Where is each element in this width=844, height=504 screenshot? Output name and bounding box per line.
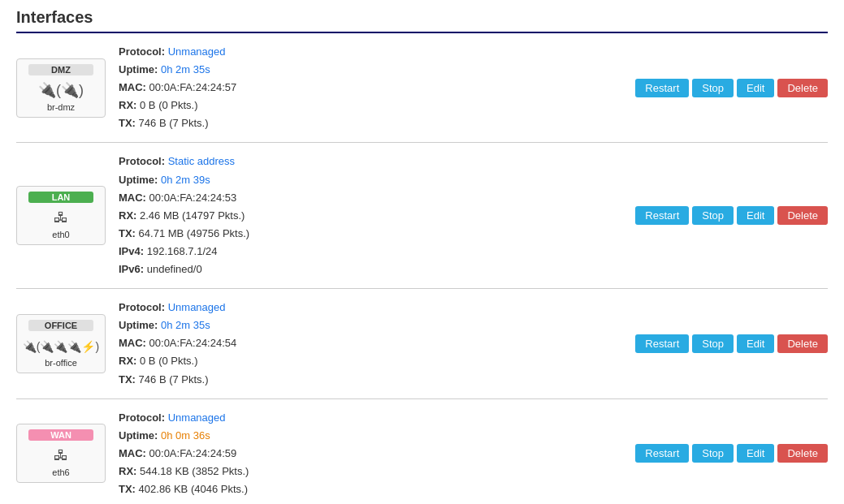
interface-icon: 🔌(🔌) [38,80,84,99]
interface-badge: WAN [28,429,93,441]
interface-actions: Restart Stop Edit Delete [635,334,828,353]
edit-button[interactable]: Edit [737,334,774,353]
rx-value: 0 B (0 Pkts.) [140,99,198,111]
interface-name: br-dmz [47,102,75,112]
restart-button[interactable]: Restart [635,206,689,225]
protocol-value: Unmanaged [168,411,226,424]
ipv6-label: IPv6: [119,263,144,275]
interface-actions: Restart Stop Edit Delete [635,206,828,225]
ipv6-value: undefined/0 [147,263,202,275]
tx-label: TX: [119,483,136,495]
stop-button[interactable]: Stop [692,79,734,97]
interface-details: Protocol: Unmanaged Uptime: 0h 2m 35s MA… [119,299,622,388]
protocol-label: Protocol: [119,45,165,58]
edit-button[interactable]: Edit [737,206,774,225]
uptime-value: 0h 2m 35s [161,319,210,331]
rx-label: RX: [119,465,136,477]
protocol-label: Protocol: [119,301,165,313]
delete-button[interactable]: Delete [777,206,828,225]
tx-value: 746 B (7 Pkts.) [139,373,209,386]
stop-button[interactable]: Stop [692,334,734,353]
interface-box-lan: LAN 🖧 eth0 [16,186,106,245]
mac-label: MAC: [119,192,146,204]
uptime-label: Uptime: [119,63,158,75]
tx-value: 746 B (7 Pkts.) [139,117,209,129]
uptime-label: Uptime: [119,319,158,331]
protocol-label: Protocol: [119,411,165,424]
interface-icon: 🔌(🔌🔌🔌⚡) [23,336,99,355]
uptime-label: Uptime: [119,429,158,442]
edit-button[interactable]: Edit [737,444,774,463]
uptime-value: 0h 0m 36s [161,429,210,442]
interface-details: Protocol: Unmanaged Uptime: 0h 2m 35s MA… [119,43,622,132]
table-row: DMZ 🔌(🔌) br-dmz Protocol: Unmanaged Upti… [16,33,828,143]
interface-name: eth0 [52,230,69,239]
interface-details: Protocol: Static address Uptime: 0h 2m 3… [119,153,622,278]
interface-box-office: OFFICE 🔌(🔌🔌🔌⚡) br-office [16,314,106,373]
rx-label: RX: [119,99,136,111]
tx-value: 64.71 MB (49756 Pkts.) [139,227,250,239]
mac-label: MAC: [119,447,146,459]
protocol-value: Unmanaged [168,45,226,58]
tx-label: TX: [119,373,136,386]
restart-button[interactable]: Restart [635,79,689,97]
interface-badge: OFFICE [28,320,93,331]
ipv4-value: 192.168.7.1/24 [147,245,218,257]
protocol-value: Static address [168,155,235,167]
mac-value: 00:0A:FA:24:24:54 [149,337,237,349]
interface-icon: 🖧 [54,208,68,226]
interface-list: DMZ 🔌(🔌) br-dmz Protocol: Unmanaged Upti… [16,33,828,504]
page-title: Interfaces [16,8,828,33]
rx-value: 0 B (0 Pkts.) [140,355,198,367]
interface-name: br-office [45,358,77,368]
interface-actions: Restart Stop Edit Delete [635,444,828,463]
mac-value: 00:0A:FA:24:24:59 [149,447,237,459]
interface-badge: DMZ [28,64,93,75]
interface-icon: 🖧 [54,446,68,464]
table-row: LAN 🖧 eth0 Protocol: Static address Upti… [16,143,828,289]
rx-label: RX: [119,355,136,367]
ipv4-label: IPv4: [119,245,144,257]
restart-button[interactable]: Restart [635,334,689,353]
uptime-label: Uptime: [119,174,158,186]
interface-badge: LAN [28,192,93,203]
mac-label: MAC: [119,337,146,349]
tx-label: TX: [119,227,136,239]
stop-button[interactable]: Stop [692,206,734,225]
delete-button[interactable]: Delete [777,444,828,463]
protocol-value: Unmanaged [168,301,226,313]
restart-button[interactable]: Restart [635,444,689,463]
delete-button[interactable]: Delete [777,334,828,353]
uptime-value: 0h 2m 35s [161,63,210,75]
mac-label: MAC: [119,81,146,93]
table-row: OFFICE 🔌(🔌🔌🔌⚡) br-office Protocol: Unman… [16,289,828,398]
interface-name: eth6 [52,467,69,477]
interface-details: Protocol: Unmanaged Uptime: 0h 0m 36s MA… [119,409,622,498]
rx-value: 544.18 KB (3852 Pkts.) [140,465,249,477]
tx-label: TX: [119,117,136,129]
table-row: WAN 🖧 eth6 Protocol: Unmanaged Uptime: 0… [16,399,828,504]
mac-value: 00:0A:FA:24:24:57 [149,81,237,93]
interface-box-wan: WAN 🖧 eth6 [16,424,106,483]
protocol-label: Protocol: [119,155,165,167]
stop-button[interactable]: Stop [692,444,734,463]
mac-value: 00:0A:FA:24:24:53 [149,192,237,204]
delete-button[interactable]: Delete [777,79,828,97]
tx-value: 402.86 KB (4046 Pkts.) [139,483,248,495]
rx-label: RX: [119,209,136,222]
interface-box-dmz: DMZ 🔌(🔌) br-dmz [16,58,106,118]
edit-button[interactable]: Edit [737,79,774,97]
interface-actions: Restart Stop Edit Delete [635,79,828,97]
uptime-value: 0h 2m 39s [161,174,210,186]
rx-value: 2.46 MB (14797 Pkts.) [140,209,245,222]
